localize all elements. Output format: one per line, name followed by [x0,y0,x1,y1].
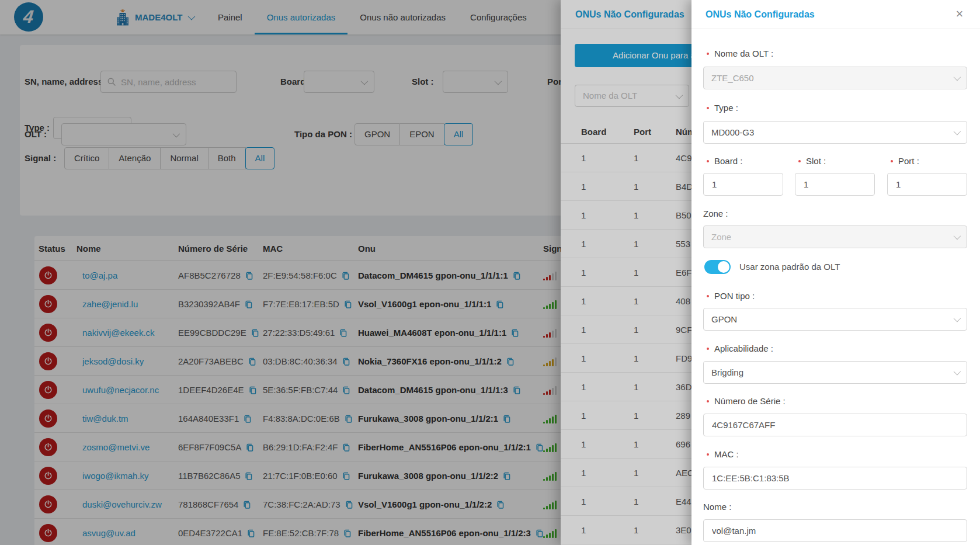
aplicabilidade-value: Brigding [711,367,743,377]
default-zone-toggle-label: Usar zona padrão da OLT [739,260,840,274]
port-label: Port : [891,156,919,166]
mac-label: MAC : [707,449,739,459]
chevron-down-icon [954,368,961,376]
chevron-down-icon [954,128,961,136]
slot-label: Slot : [798,156,826,166]
type-label: Type : [707,103,738,113]
drawer-body: Nome da OLT : ZTE_C650 Type : MD000-G3 B… [691,29,980,545]
configure-onu-drawer: ONUs Não Configuradas × Nome da OLT : ZT… [691,0,980,545]
pon-tipo-value: GPON [711,314,737,324]
board-label: Board : [707,156,742,166]
numero-serie-input[interactable] [703,414,967,436]
chevron-down-icon [954,315,961,322]
aplicabilidade-label: Aplicabilidade : [707,343,773,353]
pon-tipo-select[interactable]: GPON [703,308,967,331]
type-value: MD000-G3 [711,127,754,137]
mac-input[interactable] [703,467,967,490]
port-input[interactable] [887,173,967,196]
numero-serie-label: Número de Série : [707,396,786,406]
default-zone-toggle[interactable] [704,260,731,274]
chevron-down-icon [954,74,961,81]
type-select[interactable]: MD000-G3 [703,121,967,144]
nome-label: Nome : [703,502,731,512]
zone-select[interactable]: Zone [703,225,967,248]
pon-tipo-label: PON tipo : [707,291,755,301]
zone-placeholder: Zone [711,232,731,242]
chevron-down-icon [954,232,961,240]
board-input[interactable] [703,173,783,196]
olt-name-label: Nome da OLT : [707,48,773,58]
olt-name-select[interactable]: ZTE_C650 [703,67,967,89]
toggle-knob [718,261,729,273]
drawer-title: ONUs Não Configuradas [706,0,815,29]
drawer-header: ONUs Não Configuradas × [691,0,980,29]
close-icon[interactable]: × [950,0,969,29]
olt-name-value: ZTE_C650 [711,73,754,83]
aplicabilidade-select[interactable]: Brigding [703,361,967,384]
slot-input[interactable] [795,173,875,196]
zone-label: Zone : [703,209,728,218]
nome-input[interactable] [703,519,967,542]
